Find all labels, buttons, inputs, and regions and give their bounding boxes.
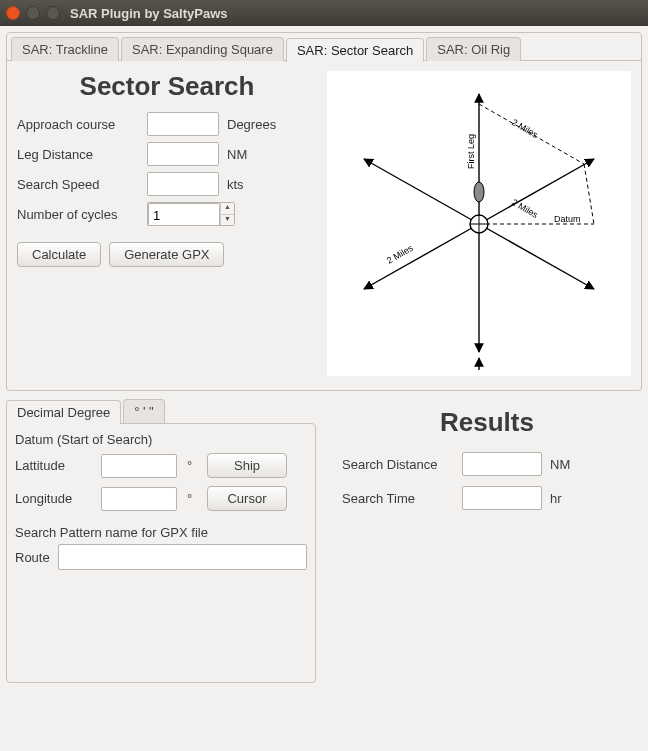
cursor-button[interactable]: Cursor bbox=[207, 486, 287, 511]
results-heading: Results bbox=[342, 407, 632, 438]
search-speed-input[interactable] bbox=[147, 172, 219, 196]
svg-line-2 bbox=[479, 224, 594, 289]
longitude-input[interactable] bbox=[101, 487, 177, 511]
search-distance-unit: NM bbox=[550, 457, 570, 472]
diagram-two-miles-2: 2 Miles bbox=[510, 197, 540, 220]
route-label: Route bbox=[15, 550, 50, 565]
page-title: Sector Search bbox=[17, 71, 317, 102]
search-speed-label: Search Speed bbox=[17, 177, 147, 192]
latitude-label: Lattitude bbox=[15, 458, 95, 473]
leg-distance-unit: NM bbox=[227, 147, 247, 162]
tab-decimal-degree[interactable]: Decimal Degree bbox=[6, 400, 121, 424]
diagram-two-miles-1: 2 Miles bbox=[510, 117, 540, 140]
cycles-step-up[interactable]: ▲ bbox=[221, 203, 234, 215]
cycles-step-down[interactable]: ▼ bbox=[221, 215, 234, 226]
search-distance-label: Search Distance bbox=[342, 457, 462, 472]
tab-expanding-square[interactable]: SAR: Expanding Square bbox=[121, 37, 284, 61]
approach-course-unit: Degrees bbox=[227, 117, 276, 132]
cycles-stepper[interactable]: ▲ ▼ bbox=[147, 202, 235, 226]
ship-button[interactable]: Ship bbox=[207, 453, 287, 478]
tab-trackline[interactable]: SAR: Trackline bbox=[11, 37, 119, 61]
search-time-output[interactable] bbox=[462, 486, 542, 510]
diagram-datum-label: Datum bbox=[554, 214, 581, 224]
search-time-label: Search Time bbox=[342, 491, 462, 506]
latitude-input[interactable] bbox=[101, 454, 177, 478]
leg-distance-input[interactable] bbox=[147, 142, 219, 166]
tab-sector-search[interactable]: SAR: Sector Search bbox=[286, 38, 424, 62]
tab-dms[interactable]: ° ' " bbox=[123, 399, 165, 423]
approach-course-input[interactable] bbox=[147, 112, 219, 136]
diagram-first-leg-label: First Leg bbox=[466, 133, 476, 168]
search-speed-unit: kts bbox=[227, 177, 244, 192]
tab-oil-rig[interactable]: SAR: Oil Rig bbox=[426, 37, 521, 61]
svg-line-5 bbox=[364, 159, 479, 224]
svg-line-7 bbox=[584, 164, 594, 224]
longitude-degree-symbol: ° bbox=[187, 491, 201, 506]
leg-distance-label: Leg Distance bbox=[17, 147, 147, 162]
svg-point-12 bbox=[474, 182, 484, 202]
maximize-icon[interactable] bbox=[46, 6, 60, 20]
window-title: SAR Plugin by SaltyPaws bbox=[70, 6, 228, 21]
svg-line-4 bbox=[364, 224, 479, 289]
cycles-input[interactable] bbox=[148, 203, 220, 226]
longitude-label: Longitude bbox=[15, 491, 95, 506]
window-titlebar: SAR Plugin by SaltyPaws bbox=[0, 0, 648, 26]
latitude-degree-symbol: ° bbox=[187, 458, 201, 473]
search-distance-output[interactable] bbox=[462, 452, 542, 476]
approach-course-label: Approach course bbox=[17, 117, 147, 132]
results-panel: Results Search Distance NM Search Time h… bbox=[332, 399, 642, 683]
minimize-icon[interactable] bbox=[26, 6, 40, 20]
calculate-button[interactable]: Calculate bbox=[17, 242, 101, 267]
cycles-label: Number of cycles bbox=[17, 207, 147, 222]
route-input[interactable] bbox=[58, 544, 307, 570]
main-tabs: SAR: Trackline SAR: Expanding Square SAR… bbox=[6, 32, 642, 391]
datum-panel: Datum (Start of Search) Lattitude ° Ship… bbox=[6, 423, 316, 683]
sector-search-diagram: First Leg 2 Miles 2 Miles 2 Miles Datum bbox=[327, 71, 631, 376]
close-icon[interactable] bbox=[6, 6, 20, 20]
gpx-section-label: Search Pattern name for GPX file bbox=[15, 525, 307, 540]
search-time-unit: hr bbox=[550, 491, 562, 506]
generate-gpx-button[interactable]: Generate GPX bbox=[109, 242, 224, 267]
tab-page-sector-search: Sector Search Approach course Degrees Le… bbox=[7, 60, 641, 390]
datum-section-label: Datum (Start of Search) bbox=[15, 432, 307, 447]
